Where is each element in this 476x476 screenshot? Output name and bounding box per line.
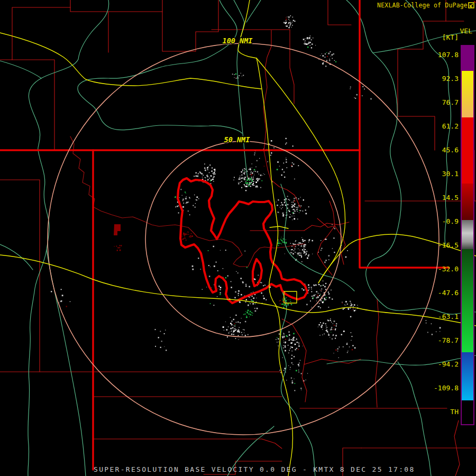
colorbar-segment	[462, 249, 473, 352]
colorbar-tick-label: 14.5	[411, 194, 459, 202]
urban-blob-west	[114, 224, 121, 235]
ring-circle	[48, 43, 439, 435]
county-line	[263, 30, 271, 180]
cod-logo-icon	[468, 1, 476, 9]
colorbar-tick-label: -16.5	[411, 242, 459, 249]
colorbar-segment	[462, 184, 473, 220]
colorbar-tick-label: 92.3	[411, 75, 459, 83]
range-ring-label: 100 NMI	[223, 36, 253, 45]
colorbar-tick-label: 76.7	[411, 99, 459, 106]
county-line	[290, 30, 294, 104]
highway	[238, 0, 257, 58]
county-line	[376, 299, 379, 407]
colorbar-tick-label: 107.8	[411, 51, 459, 59]
highway	[270, 226, 288, 228]
colorbar-tick-label: -47.6	[411, 289, 459, 297]
colorbar-segment	[462, 352, 473, 400]
brand-text: NEXLAB-College of DuPage	[377, 2, 468, 9]
county-line	[317, 201, 335, 275]
county-line	[70, 0, 162, 12]
county-line	[328, 0, 351, 25]
river	[398, 362, 431, 476]
colorbar-segment	[462, 220, 473, 249]
colorbar-tick-label: -78.7	[411, 337, 459, 344]
county-line	[162, 0, 218, 51]
colorbar-tick-label: -94.2	[411, 361, 459, 368]
colorbar-tick-label: -0.9	[411, 218, 459, 225]
river	[28, 0, 109, 476]
colorbar-segment	[462, 46, 473, 71]
range-ring-label: 50 NMI	[224, 135, 250, 144]
colorbar-tick-label: 30.1	[411, 170, 459, 178]
county-line	[271, 180, 300, 208]
county-line	[0, 180, 40, 372]
colorbar-tick-label: 45.6	[411, 147, 459, 154]
county-line	[335, 226, 345, 264]
state-border-wyoming	[360, 0, 448, 268]
county-line	[93, 439, 282, 448]
radar-display: 100 NMI50 NMI NEXLAB-College of DuPage V…	[0, 0, 476, 476]
colorbar-segment	[462, 400, 473, 423]
county-line	[0, 0, 70, 60]
colorbar-segment	[462, 117, 473, 184]
county-line	[304, 359, 361, 364]
river	[246, 0, 261, 22]
county-line	[317, 218, 335, 227]
velocity-colorbar	[461, 45, 474, 425]
colorbar-segment	[462, 71, 473, 117]
colorbar-tick-label: 61.2	[411, 123, 459, 130]
colorbar-tick-label: -32.0	[411, 266, 459, 273]
river	[280, 288, 315, 476]
river	[0, 61, 41, 78]
colorbar-tick-label: TH	[411, 408, 459, 416]
radar-map: 100 NMI50 NMI	[0, 0, 476, 476]
colorbar-units: [KT]	[442, 33, 459, 41]
colorbar-title: VEL	[460, 27, 472, 35]
product-title: SUPER-RESOLUTION BASE VELOCITY 0.0 DEG -…	[94, 465, 415, 473]
colorbar-tick-label: -109.8	[411, 385, 459, 392]
colorbar-tick-label: -63.1	[411, 313, 459, 321]
